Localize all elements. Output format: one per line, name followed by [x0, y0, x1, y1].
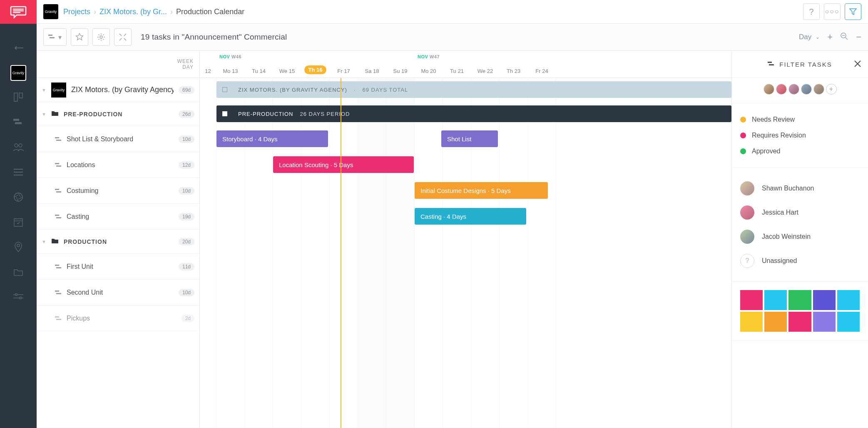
project-duration-badge: 69d	[179, 86, 194, 94]
color-swatch[interactable]	[837, 312, 860, 332]
svg-rect-25	[55, 163, 59, 164]
task-casting[interactable]: Casting 19d	[37, 204, 199, 230]
gantt-bar-costume-designs[interactable]: Initial Costume Designs · 5 Days	[415, 182, 548, 199]
color-swatch[interactable]	[764, 312, 787, 332]
nav-location[interactable]	[0, 235, 37, 260]
nav-team[interactable]	[0, 135, 37, 160]
task-icon	[55, 135, 62, 143]
nav-calendar[interactable]	[0, 210, 37, 235]
folder-icon	[51, 238, 59, 245]
svg-point-4	[15, 144, 18, 147]
view-mode-select[interactable]: Day ⌄	[799, 33, 820, 41]
task-name: Casting	[67, 213, 174, 220]
gantt-bar-storyboard[interactable]: Storyboard · 4 Days	[216, 130, 328, 147]
task-icon	[55, 263, 62, 270]
gantt-bar-casting[interactable]: Casting · 4 Days	[415, 208, 526, 225]
color-swatch[interactable]	[813, 290, 836, 310]
timeline-date-header: 12 NOV W46Mo 13 Tu 14 We 15 Th 16 Fr 17 …	[200, 51, 731, 78]
svg-point-9	[14, 193, 22, 201]
color-swatch[interactable]	[788, 312, 811, 332]
filter-panel: FILTER TASKS + Needs Review	[731, 51, 868, 428]
filter-status-approved[interactable]: Approved	[740, 143, 860, 159]
header-brand-logo[interactable]: Gravity	[43, 4, 58, 19]
zoom-button[interactable]	[840, 32, 848, 42]
color-swatch[interactable]	[764, 290, 787, 310]
section-preproduction[interactable]: ▼ PRE-PRODUCTION 26d	[37, 102, 199, 126]
svg-rect-38	[769, 64, 774, 65]
nav-back[interactable]	[0, 35, 37, 60]
avatar-icon	[740, 230, 754, 244]
svg-rect-32	[56, 267, 61, 268]
gantt-bar-location-scouting[interactable]: Location Scouting · 5 Days	[273, 156, 414, 173]
minimize-button[interactable]: −	[856, 32, 861, 43]
task-shotlist-storyboard[interactable]: Shot List & Storyboard 10d	[37, 126, 199, 152]
project-row[interactable]: ▼ Gravity ZIX Motors. (by Gravity Agency…	[37, 78, 199, 102]
section-production[interactable]: ▼ PRODUCTION 20d	[37, 230, 199, 254]
task-first-unit[interactable]: First Unit 11d	[37, 254, 199, 280]
avatar-icon	[740, 205, 754, 220]
nav-boards[interactable]	[0, 85, 37, 110]
gantt-section-bar[interactable]: PRE-PRODUCTION 26 DAYS PERIOD	[216, 105, 731, 122]
filter-person-jacob[interactable]: Jacob Weinstein	[740, 225, 860, 249]
task-costuming[interactable]: Costuming 10d	[37, 178, 199, 204]
nav-settings[interactable]	[0, 285, 37, 310]
filter-status-needs-review[interactable]: Needs Review	[740, 112, 860, 128]
filter-avatar[interactable]	[813, 84, 824, 95]
task-list-panel: WEEK DAY ▼ Gravity ZIX Motors. (by Gravi…	[37, 51, 200, 428]
nav-aperture[interactable]	[0, 185, 37, 210]
filter-person-jessica[interactable]: Jessica Hart	[740, 200, 860, 225]
filter-avatar[interactable]	[801, 84, 812, 95]
color-swatch[interactable]	[788, 290, 811, 310]
close-filter-button[interactable]	[854, 60, 861, 69]
svg-rect-35	[55, 316, 59, 318]
color-swatch[interactable]	[740, 290, 763, 310]
nav-files[interactable]	[0, 260, 37, 285]
hierarchy-dropdown[interactable]: ▾	[43, 28, 67, 46]
settings-gear-button[interactable]	[92, 28, 110, 46]
task-second-unit[interactable]: Second Unit 10d	[37, 280, 199, 305]
filter-color-section	[732, 282, 868, 340]
filter-avatar[interactable]	[776, 84, 787, 95]
nav-list[interactable]	[0, 160, 37, 185]
filter-avatar[interactable]	[764, 84, 774, 95]
app-logo[interactable]	[0, 0, 37, 24]
project-title: ZIX Motors. (by Gravity Agency)	[71, 85, 174, 94]
help-button[interactable]: ?	[803, 3, 820, 20]
color-swatch[interactable]	[740, 312, 763, 332]
task-duration-badge: 11d	[179, 263, 194, 270]
gantt-bar-shotlist[interactable]: Shot List	[441, 130, 498, 147]
task-pickups[interactable]: Pickups 2d	[37, 305, 199, 331]
collapse-button[interactable]	[114, 28, 132, 46]
color-swatch[interactable]	[813, 312, 836, 332]
filter-status-requires-revision[interactable]: Requires Revision	[740, 128, 860, 143]
favorite-button[interactable]	[71, 28, 88, 46]
section-name: PRODUCTION	[64, 238, 174, 245]
svg-point-5	[19, 144, 22, 147]
color-swatch[interactable]	[837, 290, 860, 310]
task-icon	[55, 289, 62, 296]
more-button[interactable]: ○○○	[824, 3, 841, 20]
status-dot-icon	[740, 148, 746, 154]
left-nav-sidebar: Gravity	[0, 0, 37, 428]
svg-line-21	[846, 38, 848, 40]
svg-point-12	[17, 244, 20, 247]
gantt-project-bar[interactable]: ZIX MOTORS. (BY GRAVITY AGENCY) · 69 DAY…	[216, 81, 731, 98]
task-duration-badge: 10d	[179, 135, 194, 143]
timeline-header-labels: WEEK DAY	[37, 51, 199, 78]
nav-project-brand[interactable]: Gravity	[0, 60, 37, 85]
filter-person-unassigned[interactable]: ? Unassigned	[740, 249, 860, 273]
add-button[interactable]: +	[827, 32, 833, 43]
task-locations[interactable]: Locations 12d	[37, 152, 199, 178]
add-person-button[interactable]: +	[826, 84, 837, 95]
section-duration-badge: 20d	[179, 238, 194, 245]
nav-timeline[interactable]	[0, 110, 37, 135]
svg-rect-27	[55, 189, 59, 190]
breadcrumb-projects[interactable]: Projects	[63, 8, 90, 16]
project-logo: Gravity	[51, 83, 66, 98]
breadcrumb-project[interactable]: ZIX Motors. (by Gr...	[99, 8, 167, 16]
filter-person-shawn[interactable]: Shawn Buchanon	[740, 176, 860, 200]
filter-avatar[interactable]	[788, 84, 799, 95]
filter-toggle-button[interactable]	[845, 3, 861, 20]
svg-rect-36	[56, 319, 61, 320]
breadcrumb: Projects › ZIX Motors. (by Gr... › Produ…	[63, 8, 244, 16]
